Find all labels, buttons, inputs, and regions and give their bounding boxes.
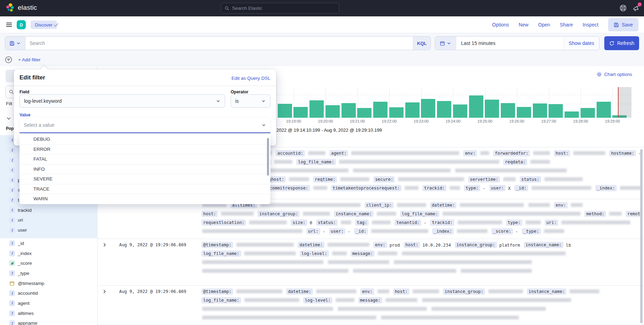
sidebar-field-accountid[interactable]: taccountid xyxy=(0,288,98,298)
search-input[interactable] xyxy=(25,37,413,50)
field-badge[interactable]: remote_id: xyxy=(626,211,641,217)
toolbar-link-share[interactable]: Share xyxy=(560,22,573,28)
field-badge[interactable]: host: xyxy=(393,288,409,295)
field-badge[interactable]: instance_group: xyxy=(258,211,300,217)
field-badge[interactable]: tag: xyxy=(355,219,369,226)
histogram-bar[interactable] xyxy=(533,103,547,118)
newsfeed-icon[interactable] xyxy=(632,4,641,12)
field-badge[interactable]: log-level: xyxy=(303,297,332,303)
page-scrollbar[interactable] xyxy=(640,149,643,323)
value-input[interactable] xyxy=(24,122,261,128)
field-badge[interactable]: log_file_name: xyxy=(296,159,336,165)
field-badge[interactable]: log_file_name: xyxy=(201,297,241,303)
field-badge[interactable]: host: xyxy=(201,211,218,217)
value-option-severe[interactable]: SEVERE xyxy=(20,174,270,184)
histogram-bar[interactable] xyxy=(485,100,499,118)
add-filter-button[interactable]: + Add filter xyxy=(18,57,40,62)
field-badge[interactable]: instance_group: xyxy=(455,242,497,248)
edit-as-query-dsl-link[interactable]: Edit as Query DSL xyxy=(231,76,270,81)
field-badge[interactable]: log-level: xyxy=(300,250,329,257)
sidebar-field-_id[interactable]: t_id xyxy=(0,238,98,248)
field-badge[interactable]: env: xyxy=(554,202,568,208)
global-search[interactable] xyxy=(221,3,339,14)
toolbar-link-options[interactable]: Options xyxy=(492,22,509,28)
sidebar-field-_score[interactable]: #_score xyxy=(0,258,98,268)
value-option-error[interactable]: ERROR xyxy=(20,145,270,155)
histogram-bar[interactable] xyxy=(357,108,371,118)
histogram-bar[interactable] xyxy=(421,99,435,118)
field-badge[interactable]: size: xyxy=(291,219,307,226)
check-icon[interactable] xyxy=(53,22,59,28)
histogram-bar[interactable] xyxy=(278,104,292,118)
toolbar-link-open[interactable]: Open xyxy=(538,22,550,28)
field-badge[interactable]: reqdata: xyxy=(503,159,527,165)
field-badge[interactable]: _id: xyxy=(354,228,368,234)
field-badge[interactable]: _index: xyxy=(432,228,454,234)
chart-options-button[interactable]: Chart options xyxy=(597,72,632,77)
operator-select[interactable]: is xyxy=(231,94,270,108)
field-badge[interactable]: type: xyxy=(464,185,480,191)
expand-row-icon[interactable] xyxy=(102,242,107,247)
histogram-bar[interactable] xyxy=(293,107,308,118)
histogram-bar[interactable] xyxy=(405,102,420,118)
value-option-warn[interactable]: WARN xyxy=(20,194,270,204)
time-range-value[interactable]: Last 15 minutes xyxy=(456,37,564,50)
histogram-bar[interactable] xyxy=(501,103,515,118)
app-icon-badge[interactable]: D xyxy=(17,20,26,29)
histogram-bar[interactable] xyxy=(549,104,563,118)
field-badge[interactable]: log_file_name: xyxy=(201,250,241,257)
field-badge[interactable]: agent: xyxy=(329,150,348,156)
field-badge[interactable]: secure: xyxy=(373,176,395,183)
field-badge[interactable]: instance_name: xyxy=(527,288,567,295)
field-badge[interactable]: _index: xyxy=(595,185,617,191)
field-badge[interactable]: timetakentoprocessrequest: xyxy=(331,185,402,191)
field-badge[interactable]: datetime: xyxy=(286,288,313,295)
value-option-trace[interactable]: TRACE xyxy=(20,184,270,194)
field-badge[interactable]: forwardedfor: xyxy=(493,150,530,156)
field-badge[interactable]: requestlocation: xyxy=(201,219,246,226)
histogram-bar[interactable] xyxy=(453,105,467,118)
field-badge[interactable]: user: xyxy=(489,185,506,191)
kql-badge[interactable]: KQL xyxy=(413,37,430,50)
field-badge[interactable]: env: xyxy=(373,242,387,248)
field-badge[interactable]: uri: xyxy=(545,219,559,226)
field-badge[interactable]: status: xyxy=(520,176,541,183)
histogram-bar[interactable] xyxy=(309,100,324,118)
toolbar-link-new[interactable]: New xyxy=(519,22,528,28)
histogram-bar[interactable] xyxy=(437,101,451,118)
field-badge[interactable]: host: xyxy=(404,242,420,248)
field-badge[interactable]: status: xyxy=(316,219,338,226)
field-badge[interactable]: host: xyxy=(554,150,570,156)
value-option-fatal[interactable]: FATAL xyxy=(20,154,270,164)
histogram-bar[interactable] xyxy=(581,108,595,118)
field-badge[interactable]: instance_name: xyxy=(334,211,374,217)
field-badge[interactable]: env: xyxy=(463,150,477,156)
menu-icon[interactable] xyxy=(6,21,13,28)
filter-by-type-label[interactable]: Filt xyxy=(6,101,12,106)
field-badge[interactable]: message: xyxy=(351,250,375,257)
refresh-button[interactable]: Refresh xyxy=(604,36,639,50)
field-badge[interactable]: tenantid: xyxy=(394,219,421,226)
value-combobox[interactable] xyxy=(20,118,270,133)
sidebar-field-_index[interactable]: t_index xyxy=(0,248,98,258)
sidebar-field-agent[interactable]: tagent xyxy=(0,298,98,308)
field-badge[interactable]: trackid: xyxy=(422,185,446,191)
sidebar-field-trackid[interactable]: ttrackid xyxy=(0,205,98,215)
sidebar-field-alltimes[interactable]: talltimes xyxy=(0,308,98,318)
sidebar-field-_type[interactable]: t_type xyxy=(0,268,98,278)
field-badge[interactable]: user: xyxy=(329,228,345,234)
field-badge[interactable]: accountid: xyxy=(276,150,305,156)
field-badge[interactable]: message: xyxy=(358,297,382,303)
field-badge[interactable]: reqtime: xyxy=(313,176,337,183)
field-badge[interactable]: datetime: xyxy=(298,242,324,248)
field-select[interactable]: log-level.keyword xyxy=(20,94,225,108)
field-badge[interactable]: client_ip: xyxy=(365,202,394,208)
value-option-debug[interactable]: DEBUG xyxy=(20,134,270,145)
field-badge[interactable]: hostname: xyxy=(609,150,636,156)
histogram-bar[interactable] xyxy=(342,103,356,118)
field-badge[interactable]: log_file_name: xyxy=(400,211,440,217)
histogram-bar[interactable] xyxy=(469,95,483,118)
saved-query-menu-button[interactable] xyxy=(5,37,25,50)
sidebar-field-@timestamp[interactable]: @timestamp xyxy=(0,278,98,288)
field-badge[interactable]: type: xyxy=(506,219,522,226)
